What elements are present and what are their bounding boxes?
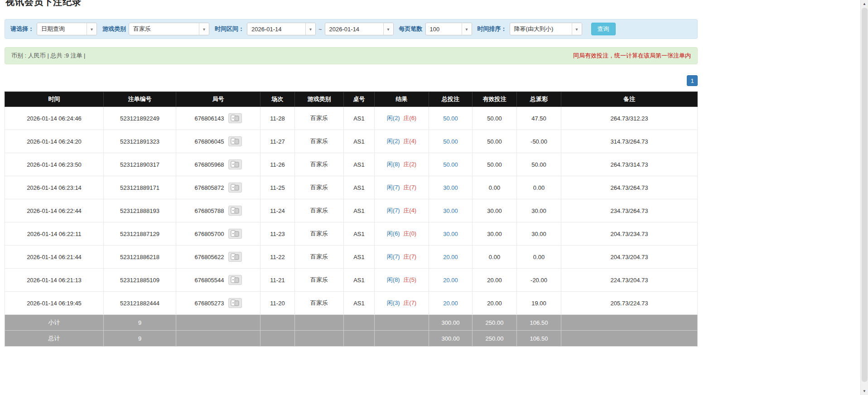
date-to-select[interactable]: 2026-01-14 ▾: [325, 23, 394, 35]
cell-total-bet[interactable]: 20.00: [429, 246, 473, 269]
date-from-value: 2026-01-14: [247, 23, 305, 35]
time-sort-label: 时间排序：: [477, 25, 507, 33]
game-result-cards-icon[interactable]: [228, 298, 242, 308]
column-header: 游戏类别: [295, 92, 344, 107]
chevron-down-icon[interactable]: ▾: [462, 23, 472, 35]
cell-total-bet[interactable]: 30.00: [429, 199, 473, 222]
subtotal-row: 小计 9 300.00 250.00 106.50: [5, 315, 698, 331]
cell-time: 2026-01-14 06:22:44: [5, 199, 104, 222]
footer-empty-cell: [260, 331, 295, 347]
result-player: 闲(7): [387, 253, 400, 260]
cell-session: 11-27: [260, 130, 295, 153]
per-page-select[interactable]: 100 ▾: [425, 23, 472, 35]
page-container: 视讯会员下注纪录 请选择： 日期查询 ▾ 游戏类别 百家乐 ▾ 时间区间： 20…: [0, 0, 702, 395]
cell-game-category: 百家乐: [295, 246, 344, 269]
round-id-text: 676806143: [194, 115, 224, 122]
chevron-down-icon[interactable]: ▾: [87, 23, 96, 35]
cell-total-bet[interactable]: 50.00: [429, 107, 473, 130]
cell-total-bet[interactable]: 50.00: [429, 153, 473, 176]
scrollbar-thumb[interactable]: [862, 8, 868, 382]
cell-table-no: AS1: [344, 176, 375, 199]
result-player: 闲(7): [387, 184, 400, 191]
query-type-select[interactable]: 日期查询 ▾: [37, 23, 97, 35]
game-category-select[interactable]: 百家乐 ▾: [129, 23, 209, 35]
table-row: 2026-01-14 06:23:14 523121889171 6768058…: [5, 176, 698, 199]
cell-result: 闲(3) 庄(7): [375, 292, 429, 315]
table-header-row: 时间 注单编号 局号 场次 游戏类别 桌号 结果 总投注 有效投注: [5, 92, 698, 107]
cell-payout: 50.00: [517, 153, 561, 176]
filter-per-page: 每页笔数 100 ▾: [399, 23, 472, 35]
game-result-cards-icon[interactable]: [228, 159, 242, 169]
round-id-text: 676805622: [194, 254, 224, 260]
column-header: 场次: [260, 92, 295, 107]
cell-bet-id: 523121882444: [104, 292, 176, 315]
cell-total-bet[interactable]: 30.00: [429, 222, 473, 246]
cell-session: 11-23: [260, 222, 295, 246]
round-id-text: 676805544: [194, 277, 224, 284]
cell-payout: 0.00: [517, 246, 561, 269]
cell-bet-id: 523121892249: [104, 107, 176, 130]
scroll-up-icon[interactable]: ▲: [861, 0, 868, 8]
cell-total-bet[interactable]: 30.00: [429, 176, 473, 199]
pagination-top: 1: [5, 75, 698, 86]
game-result-cards-icon[interactable]: [228, 113, 242, 123]
game-result-cards-icon[interactable]: [228, 183, 242, 193]
cell-table-no: AS1: [344, 199, 375, 222]
footer-empty-cell: [561, 315, 698, 331]
result-player: 闲(8): [387, 161, 400, 168]
time-sort-value: 降幂(由大到小): [510, 23, 572, 35]
date-from-select[interactable]: 2026-01-14 ▾: [247, 23, 316, 35]
cell-round-id: 676805273: [176, 292, 260, 315]
table-row: 2026-01-14 06:21:44 523121886218 6768056…: [5, 246, 698, 269]
scroll-down-icon[interactable]: ▼: [861, 387, 868, 395]
valid-bet-notice: 同局有效投注，统一计算在该局第一张注单内: [573, 52, 691, 60]
game-result-cards-icon[interactable]: [228, 229, 242, 239]
footer-empty-cell: [176, 315, 260, 331]
cell-remark: 205.73/224.73: [561, 292, 698, 315]
table-body: 2026-01-14 06:24:46 523121892249 6768061…: [5, 107, 698, 315]
footer-empty-cell: [295, 331, 344, 347]
footer-empty-cell: [176, 331, 260, 347]
subtotal-total-bet: 300.00: [429, 315, 473, 331]
summary-bar: 币别 : 人民币 | 总共 :9 注单 | 同局有效投注，统一计算在该局第一张注…: [5, 47, 698, 64]
chevron-down-icon[interactable]: ▾: [572, 23, 582, 35]
cell-valid-bet: 20.00: [473, 292, 517, 315]
vertical-scrollbar[interactable]: ▲ ▼: [860, 0, 868, 395]
query-button[interactable]: 查询: [591, 23, 616, 35]
time-sort-select[interactable]: 降幂(由大到小) ▾: [510, 23, 582, 35]
cell-total-bet[interactable]: 50.00: [429, 130, 473, 153]
cell-payout: -50.00: [517, 130, 561, 153]
result-banker: 庄(0): [403, 230, 416, 237]
result-banker: 庄(4): [403, 207, 416, 214]
cell-remark: 264.73/314.73: [561, 153, 698, 176]
chevron-down-icon[interactable]: ▾: [305, 23, 315, 35]
cell-bet-id: 523121890317: [104, 153, 176, 176]
column-header: 总投注: [429, 92, 473, 107]
cell-result: 闲(2) 庄(6): [375, 107, 429, 130]
cell-payout: 30.00: [517, 199, 561, 222]
column-header: 时间: [5, 92, 104, 107]
chevron-down-icon[interactable]: ▾: [199, 23, 209, 35]
subtotal-payout: 106.50: [517, 315, 561, 331]
cell-game-category: 百家乐: [295, 176, 344, 199]
chevron-down-icon[interactable]: ▾: [383, 23, 393, 35]
table-row: 2026-01-14 06:19:45 523121882444 6768052…: [5, 292, 698, 315]
cell-total-bet[interactable]: 20.00: [429, 269, 473, 292]
cell-round-id: 676805968: [176, 153, 260, 176]
cell-bet-id: 523121886218: [104, 246, 176, 269]
cell-round-id: 676805872: [176, 176, 260, 199]
page-number-button[interactable]: 1: [687, 75, 698, 86]
cell-bet-id: 523121889171: [104, 176, 176, 199]
game-result-cards-icon[interactable]: [228, 136, 242, 146]
currency-total-summary: 币别 : 人民币 | 总共 :9 注单 |: [11, 52, 86, 60]
per-page-value: 100: [426, 23, 462, 35]
cell-valid-bet: 50.00: [473, 130, 517, 153]
cell-table-no: AS1: [344, 107, 375, 130]
game-result-cards-icon[interactable]: [228, 275, 242, 285]
cell-total-bet[interactable]: 20.00: [429, 292, 473, 315]
cell-table-no: AS1: [344, 246, 375, 269]
game-result-cards-icon[interactable]: [228, 252, 242, 262]
cell-remark: 264.73/312.23: [561, 107, 698, 130]
cell-bet-id: 523121887129: [104, 222, 176, 246]
game-result-cards-icon[interactable]: [228, 206, 242, 216]
